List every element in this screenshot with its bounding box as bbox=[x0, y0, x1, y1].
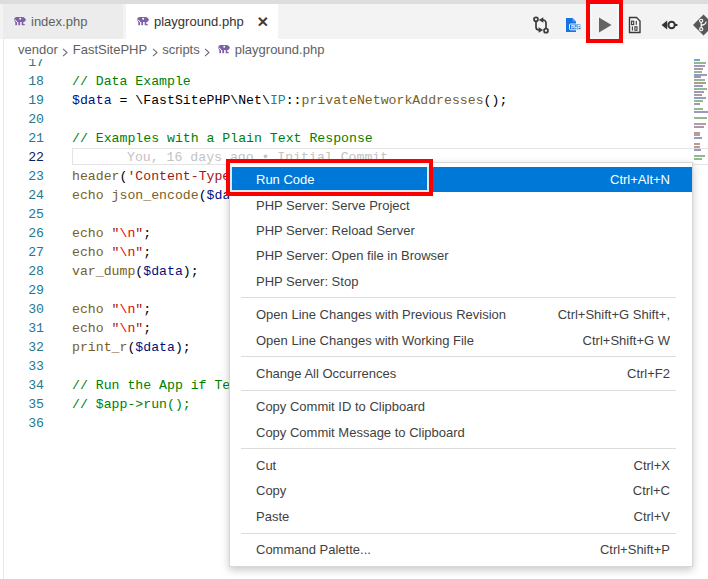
svg-text:PHP: PHP bbox=[571, 25, 580, 30]
